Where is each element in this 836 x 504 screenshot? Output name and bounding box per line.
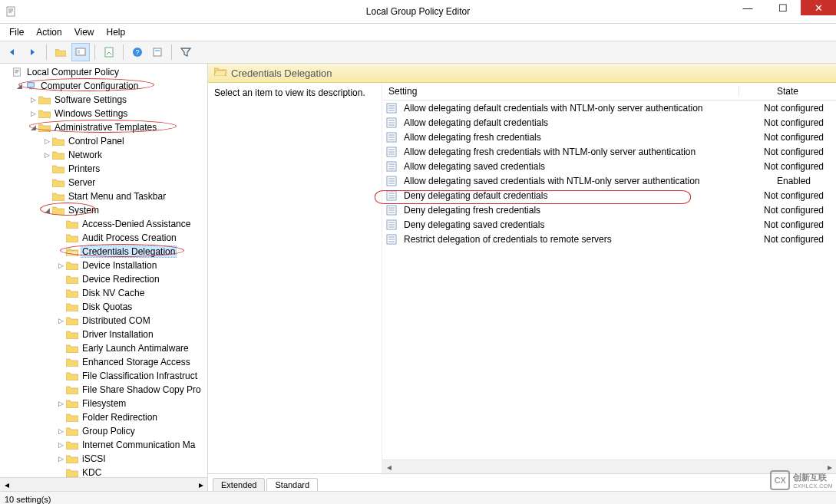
tree-administrative-templates[interactable]: ◢Administrative Templates — [0, 120, 207, 134]
tree-system-file-share-shadow-copy-pro[interactable]: File Share Shadow Copy Pro — [0, 383, 207, 397]
expander-icon[interactable]: ▷ — [28, 108, 38, 119]
tree-computer-configuration[interactable]: ◢Computer Configuration — [0, 79, 207, 93]
folder-icon — [66, 273, 78, 285]
tree-software-settings[interactable]: ▷Software Settings — [0, 93, 207, 107]
folder-icon — [66, 218, 78, 230]
tree-label: Software Settings — [53, 94, 128, 105]
tree-system-device-installation[interactable]: ▷Device Installation — [0, 259, 207, 272]
expander-icon[interactable]: ▷ — [55, 426, 66, 436]
tree-system-driver-installation[interactable]: Driver Installation — [0, 328, 207, 341]
folder-icon — [66, 425, 78, 437]
tree-label: iSCSI — [81, 453, 107, 464]
expander-icon[interactable]: ▷ — [55, 440, 66, 450]
tree-system-enhanced-storage-access[interactable]: Enhanced Storage Access — [0, 355, 207, 369]
setting-state: Not configured — [752, 234, 836, 245]
setting-name: Restrict delegation of credentials to re… — [401, 234, 752, 245]
setting-row[interactable]: Allow delegating saved credentialsNot co… — [382, 159, 836, 173]
back-button[interactable] — [3, 43, 21, 61]
tree-system-internet-communication-ma[interactable]: ▷Internet Communication Ma — [0, 438, 207, 452]
tree-system-early-launch-antimalware[interactable]: Early Launch Antimalware — [0, 341, 207, 355]
tree-label: Windows Settings — [53, 108, 129, 119]
status-bar: 10 setting(s) — [0, 491, 836, 504]
tree-system-distributed-com[interactable]: ▷Distributed COM — [0, 314, 207, 328]
setting-icon — [385, 189, 398, 202]
folder-icon — [66, 232, 78, 244]
up-button[interactable] — [51, 43, 70, 61]
forward-button[interactable] — [23, 43, 41, 61]
setting-row[interactable]: Allow delegating fresh credentialsNot co… — [382, 130, 836, 144]
tree-system-folder-redirection[interactable]: Folder Redirection — [0, 410, 207, 424]
expander-icon[interactable]: ▷ — [28, 94, 38, 105]
maximize-button[interactable]: ☐ — [765, 0, 801, 15]
tree-pane: Local Computer Policy◢Computer Configura… — [0, 64, 208, 491]
tree-system-credentials-delegation[interactable]: Credentials Delegation — [0, 245, 207, 259]
properties-button[interactable] — [148, 43, 167, 61]
help-button[interactable] — [128, 43, 147, 61]
tree-root[interactable]: Local Computer Policy — [0, 65, 207, 79]
export-button[interactable] — [100, 43, 118, 61]
expander-icon[interactable]: ▷ — [55, 260, 66, 271]
tree-label: Computer Configuration — [39, 81, 140, 91]
tab-standard[interactable]: Standard — [266, 478, 318, 491]
tree-system-group-policy[interactable]: ▷Group Policy — [0, 424, 207, 438]
setting-state: Not configured — [752, 205, 836, 216]
menu-file[interactable]: File — [3, 25, 30, 39]
setting-row[interactable]: Allow delegating saved credentials with … — [382, 173, 836, 188]
tree-hscrollbar[interactable]: ◂▸ — [0, 477, 207, 491]
tree-label: Control Panel — [67, 136, 126, 147]
expander-icon[interactable]: ▷ — [41, 136, 52, 147]
close-button[interactable]: ✕ — [801, 0, 836, 15]
tree-system-iscsi[interactable]: ▷iSCSI — [0, 452, 207, 466]
tree-system-file-classification-infrastruct[interactable]: File Classification Infrastruct — [0, 369, 207, 383]
tree-control-panel[interactable]: ▷Control Panel — [0, 134, 207, 148]
tree-label: Administrative Templates — [53, 122, 158, 133]
expander-icon[interactable]: ▷ — [55, 453, 66, 464]
show-tree-button[interactable] — [71, 43, 90, 61]
setting-row[interactable]: Deny delegating default credentialsNot c… — [382, 188, 836, 203]
list-hscrollbar[interactable]: ◂▸ — [382, 460, 836, 473]
tree-system-access-denied-assistance[interactable]: Access-Denied Assistance — [0, 217, 207, 231]
expander-icon[interactable]: ▷ — [55, 315, 66, 326]
tree-start-menu-taskbar[interactable]: Start Menu and Taskbar — [0, 189, 207, 203]
setting-row[interactable]: Allow delegating default credentialsNot … — [382, 115, 836, 130]
tree-system[interactable]: ◢System — [0, 203, 207, 217]
tree-system-filesystem[interactable]: ▷Filesystem — [0, 397, 207, 410]
expander-icon[interactable]: ◢ — [14, 81, 25, 91]
expander-icon[interactable]: ▷ — [41, 150, 52, 160]
content-header: Credentials Delegation — [208, 64, 836, 83]
tree-server[interactable]: Server — [0, 176, 207, 189]
column-state[interactable]: State — [739, 86, 836, 97]
filter-button[interactable] — [177, 43, 195, 61]
menu-view[interactable]: View — [68, 25, 101, 39]
tree-system-disk-nv-cache[interactable]: Disk NV Cache — [0, 286, 207, 300]
setting-row[interactable]: Allow delegating default credentials wit… — [382, 100, 836, 115]
description-column: Select an item to view its description. — [208, 83, 382, 473]
tree-system-disk-quotas[interactable]: Disk Quotas — [0, 300, 207, 314]
setting-name: Allow delegating default credentials — [401, 117, 752, 128]
setting-name: Deny delegating fresh credentials — [401, 205, 752, 216]
setting-state: Not configured — [752, 132, 836, 143]
tree-label: Network — [67, 150, 104, 160]
minimize-button[interactable]: — — [730, 0, 765, 15]
tree-system-device-redirection[interactable]: Device Redirection — [0, 272, 207, 286]
tree-windows-settings[interactable]: ▷Windows Settings — [0, 107, 207, 120]
tree-printers[interactable]: Printers — [0, 162, 207, 176]
column-setting[interactable]: Setting — [382, 86, 739, 97]
tree-system-audit-process-creation[interactable]: Audit Process Creation — [0, 231, 207, 245]
setting-row[interactable]: Deny delegating fresh credentialsNot con… — [382, 203, 836, 217]
folder-icon — [52, 163, 64, 175]
tree-network[interactable]: ▷Network — [0, 148, 207, 162]
tab-extended[interactable]: Extended — [213, 478, 265, 491]
expander-icon[interactable]: ◢ — [41, 205, 52, 216]
expander-icon[interactable]: ◢ — [28, 122, 38, 133]
setting-row[interactable]: Allow delegating fresh credentials with … — [382, 144, 836, 159]
expander-icon[interactable]: ▷ — [55, 398, 66, 409]
tree-label: Credentials Delegation — [81, 245, 177, 258]
setting-row[interactable]: Deny delegating saved credentialsNot con… — [382, 217, 836, 232]
setting-row[interactable]: Restrict delegation of credentials to re… — [382, 232, 836, 246]
menu-help[interactable]: Help — [101, 25, 132, 39]
menu-action[interactable]: Action — [30, 25, 68, 39]
setting-name: Deny delegating default credentials — [401, 190, 752, 201]
setting-icon — [385, 160, 398, 173]
folder-icon — [66, 384, 78, 396]
